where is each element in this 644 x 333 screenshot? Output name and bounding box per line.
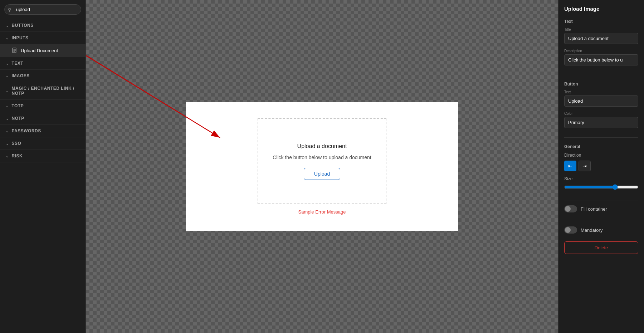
nav-group-images-header[interactable]: ⌄ IMAGES [0,70,86,82]
divider-2 [564,137,638,138]
nav-group-notp-label: NOTP [12,116,24,121]
divider-3 [564,201,638,201]
nav-group-totp: ⌄ TOTP [0,100,86,112]
white-panel: Upload a document Click the button below… [186,102,458,231]
nav-group-passwords: ⌄ PASSWORDS [0,125,86,137]
nav-group-passwords-header[interactable]: ⌄ PASSWORDS [0,125,86,137]
nav-group-sso: ⌄ SSO [0,137,86,150]
nav-group-totp-label: TOTP [12,103,24,108]
upload-doc-icon [11,47,18,54]
fill-container-toggle[interactable] [564,205,577,212]
text-section-label: Text [564,19,638,24]
button-text-field-group: Text [564,90,638,107]
mandatory-toggle[interactable] [564,226,577,234]
chevron-down-icon-sso: ⌄ [6,142,9,146]
upload-box-button[interactable]: Upload [304,168,340,180]
nav-group-buttons-label: BUTTONS [12,23,34,28]
error-message: Sample Error Message [298,209,346,215]
description-field-input[interactable] [564,54,638,65]
nav-group-passwords-label: PASSWORDS [12,128,41,133]
nav-group-images-label: IMAGES [12,73,30,78]
nav-group-risk: ⌄ RISK [0,150,86,162]
nav-group-magic-label: MAGIC / ENCHANTED LINK / NOTP [12,86,80,96]
nav-group-buttons-header[interactable]: ⌄ BUTTONS [0,19,86,31]
nav-group-totp-header[interactable]: ⌄ TOTP [0,100,86,112]
button-text-field-label: Text [564,90,638,94]
chevron-down-icon: ⌄ [6,24,9,28]
direction-group: ⇤ ⇥ [564,161,638,171]
nav-group-notp-header[interactable]: ⌄ NOTP [0,112,86,124]
right-panel-title: Upload Image [564,6,638,12]
nav-group-risk-header[interactable]: ⌄ RISK [0,150,86,162]
chevron-down-icon-risk: ⌄ [6,154,9,158]
upload-box-title: Upload a document [297,143,347,150]
chevron-down-icon-passwords: ⌄ [6,129,9,133]
chevron-down-icon-images: ⌄ [6,74,9,78]
nav-group-risk-label: RISK [12,153,23,158]
chevron-down-icon-magic: ⌄ [6,89,9,93]
fill-container-row: Fill container [564,205,638,212]
nav-group-text-label: TEXT [12,61,24,66]
size-slider[interactable] [564,184,638,190]
right-panel: Upload Image Text Title Description Butt… [558,0,644,333]
main-canvas: Upload a document Click the button below… [86,0,558,333]
title-field-label: Title [564,28,638,31]
fill-container-label: Fill container [581,206,607,212]
search-area: ⚲ [0,0,86,19]
size-section: Size [564,176,638,191]
mandatory-label: Mandatory [581,227,602,233]
general-section-label: General [564,144,638,149]
direction-ltr-button[interactable]: ⇤ [564,161,576,171]
title-field-group: Title [564,28,638,44]
divider-4 [564,222,638,222]
divider-1 [564,75,638,75]
rtl-icon: ⇥ [582,163,587,169]
button-section-label: Button [564,82,638,87]
chevron-down-icon-totp: ⌄ [6,104,9,108]
nav-group-notp: ⌄ NOTP [0,112,86,125]
nav-group-sso-label: SSO [12,141,21,146]
nav-group-buttons: ⌄ BUTTONS [0,19,86,32]
button-text-field-input[interactable] [564,96,638,107]
nav-group-sso-header[interactable]: ⌄ SSO [0,137,86,150]
search-icon: ⚲ [8,7,11,12]
upload-box-description: Click the button below to upload a docum… [273,154,371,161]
direction-rtl-button[interactable]: ⇥ [579,161,591,171]
nav-group-inputs: ⌄ INPUTS Upload Document [0,32,86,57]
ltr-icon: ⇤ [568,163,572,169]
sidebar-item-upload-document[interactable]: Upload Document [0,44,86,57]
nav-group-images: ⌄ IMAGES [0,70,86,82]
delete-button[interactable]: Delete [564,241,638,254]
description-field-label: Description [564,49,638,53]
nav-section: ⌄ BUTTONS ⌄ INPUTS Upload Document [0,19,86,333]
size-label: Size [564,176,638,181]
button-color-field-label: Color [564,112,638,116]
left-sidebar: ⚲ ⌄ BUTTONS ⌄ INPUTS [0,0,86,333]
chevron-down-icon-text: ⌄ [6,62,9,65]
upload-box: Upload a document Click the button below… [258,118,386,204]
chevron-down-icon-inputs: ⌄ [6,36,9,40]
description-field-group: Description [564,49,638,65]
sidebar-item-upload-document-label: Upload Document [21,48,58,53]
button-color-field-input[interactable] [564,117,638,128]
nav-group-inputs-label: INPUTS [12,35,29,40]
mandatory-row: Mandatory [564,226,638,234]
nav-group-inputs-header[interactable]: ⌄ INPUTS [0,32,86,44]
chevron-down-icon-notp: ⌄ [6,117,9,121]
direction-label: Direction [564,153,638,158]
nav-group-text: ⌄ TEXT [0,57,86,70]
search-input[interactable] [4,4,81,15]
nav-group-magic: ⌄ MAGIC / ENCHANTED LINK / NOTP [0,82,86,100]
title-field-input[interactable] [564,33,638,44]
button-color-field-group: Color [564,112,638,128]
nav-group-magic-header[interactable]: ⌄ MAGIC / ENCHANTED LINK / NOTP [0,82,86,99]
nav-group-text-header[interactable]: ⌄ TEXT [0,57,86,69]
